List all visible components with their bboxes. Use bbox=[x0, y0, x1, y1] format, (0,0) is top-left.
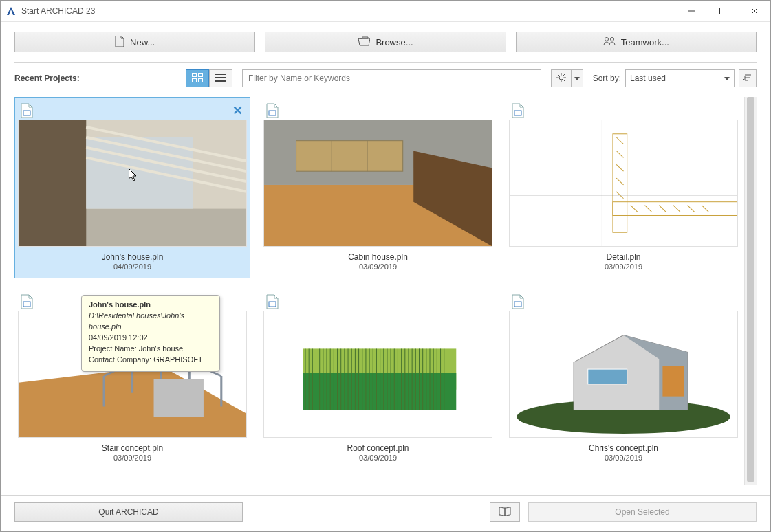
tooltip-company: Contact Company: GRAPHISOFT bbox=[89, 355, 213, 366]
project-caption: Roof concept.pln 03/09/2019 bbox=[263, 443, 492, 463]
tooltip-title: John's house.pln bbox=[89, 300, 213, 311]
titlebar: Start ARCHICAD 23 bbox=[1, 1, 770, 22]
project-name: John's house.pln bbox=[18, 252, 247, 263]
list-view-button[interactable] bbox=[209, 69, 232, 87]
pln-file-icon bbox=[512, 294, 524, 311]
project-date: 04/09/2019 bbox=[18, 263, 247, 272]
archicad-start-window: Start ARCHICAD 23 New... Browse... Teamw… bbox=[0, 0, 771, 532]
filter-field[interactable] bbox=[242, 69, 541, 87]
svg-line-23 bbox=[558, 80, 559, 81]
quit-button[interactable]: Quit ARCHICAD bbox=[14, 502, 243, 522]
project-card[interactable]: Cabin house.pln 03/09/2019 bbox=[260, 97, 496, 278]
svg-marker-24 bbox=[574, 77, 580, 80]
teamwork-button[interactable]: Teamwork... bbox=[516, 32, 757, 52]
svg-rect-46 bbox=[510, 120, 737, 246]
project-caption: Detail.pln 03/09/2019 bbox=[509, 252, 738, 272]
project-date: 03/09/2019 bbox=[18, 454, 247, 463]
grid-icon bbox=[192, 73, 203, 85]
project-caption: Chris's concept.pln 03/09/2019 bbox=[509, 443, 738, 463]
list-icon bbox=[215, 73, 226, 85]
project-tooltip: John's house.pln D:\Residental houses\Jo… bbox=[81, 295, 220, 372]
sort-controls: Sort by: Last used bbox=[593, 69, 757, 87]
help-button[interactable] bbox=[490, 502, 520, 522]
project-thumbnail bbox=[509, 120, 738, 247]
recent-projects-grid: ✕ John's house.pln 04/09/2019 Cabin hous… bbox=[14, 97, 744, 485]
project-card[interactable]: Detail.pln 03/09/2019 bbox=[506, 97, 741, 278]
tooltip-datetime: 04/09/2019 12:02 bbox=[89, 333, 213, 344]
pln-file-icon bbox=[266, 294, 279, 311]
project-caption: John's house.pln 04/09/2019 bbox=[18, 252, 247, 272]
browse-button[interactable]: Browse... bbox=[265, 32, 506, 52]
svg-rect-8 bbox=[193, 73, 197, 76]
recent-projects-label: Recent Projects: bbox=[14, 74, 176, 83]
svg-point-7 bbox=[610, 37, 613, 41]
project-thumbnail bbox=[509, 311, 738, 438]
settings-menu[interactable] bbox=[551, 69, 583, 87]
sort-direction-icon bbox=[743, 73, 752, 85]
project-card[interactable]: Roof concept.pln 03/09/2019 bbox=[260, 288, 496, 469]
remove-recent-icon[interactable]: ✕ bbox=[232, 103, 243, 118]
new-button[interactable]: New... bbox=[14, 32, 255, 52]
svg-line-20 bbox=[558, 74, 559, 76]
svg-point-6 bbox=[605, 37, 608, 41]
project-name: Stair concept.pln bbox=[18, 443, 247, 454]
filter-input[interactable] bbox=[247, 73, 536, 84]
chevron-down-icon bbox=[724, 74, 730, 83]
svg-rect-3 bbox=[720, 8, 726, 14]
browse-label: Browse... bbox=[376, 37, 413, 47]
recent-toolbar: Recent Projects: Sort by: Last used bbox=[14, 69, 757, 87]
view-mode-group bbox=[186, 69, 232, 87]
project-name: Chris's concept.pln bbox=[509, 443, 738, 454]
open-label: Open Selected bbox=[615, 507, 669, 517]
svg-rect-42 bbox=[296, 141, 403, 172]
project-date: 03/09/2019 bbox=[263, 263, 492, 272]
svg-rect-10 bbox=[193, 78, 197, 82]
sort-by-label: Sort by: bbox=[593, 74, 621, 83]
svg-line-22 bbox=[563, 74, 565, 76]
window-title: Start ARCHICAD 23 bbox=[21, 6, 675, 16]
scrollbar-thumb[interactable] bbox=[747, 97, 754, 482]
content-area: New... Browse... Teamwork... Recent Proj… bbox=[1, 22, 770, 495]
teamwork-label: Teamwork... bbox=[621, 37, 669, 47]
project-name: Cabin house.pln bbox=[263, 252, 492, 263]
open-selected-button[interactable]: Open Selected bbox=[528, 502, 757, 522]
scrollbar[interactable] bbox=[744, 97, 757, 485]
sort-select[interactable]: Last used bbox=[625, 69, 735, 87]
project-card[interactable]: Chris's concept.pln 03/09/2019 bbox=[506, 288, 741, 469]
project-date: 03/09/2019 bbox=[509, 454, 738, 463]
new-label: New... bbox=[130, 37, 155, 47]
project-caption: Stair concept.pln 03/09/2019 bbox=[18, 443, 247, 463]
pln-file-icon bbox=[21, 294, 33, 311]
project-card[interactable]: ✕ John's house.pln 04/09/2019 bbox=[14, 97, 250, 278]
svg-rect-9 bbox=[199, 73, 203, 76]
separator bbox=[14, 62, 757, 63]
sort-value: Last used bbox=[630, 74, 666, 83]
pln-file-icon bbox=[512, 103, 524, 120]
grid-view-button[interactable] bbox=[186, 69, 209, 87]
quit-label: Quit ARCHICAD bbox=[98, 507, 158, 517]
minimize-button[interactable] bbox=[675, 1, 707, 21]
project-date: 03/09/2019 bbox=[509, 263, 738, 272]
maximize-button[interactable] bbox=[707, 1, 739, 21]
project-thumbnail bbox=[263, 120, 492, 247]
project-thumbnail bbox=[263, 311, 492, 438]
app-icon bbox=[6, 6, 16, 16]
gear-icon bbox=[556, 73, 566, 85]
project-date: 03/09/2019 bbox=[263, 454, 492, 463]
svg-rect-11 bbox=[199, 78, 203, 82]
close-button[interactable] bbox=[739, 1, 770, 21]
primary-actions: New... Browse... Teamwork... bbox=[14, 32, 757, 52]
svg-marker-25 bbox=[724, 77, 730, 80]
project-caption: Cabin house.pln 03/09/2019 bbox=[263, 252, 492, 272]
svg-line-21 bbox=[563, 80, 565, 81]
file-icon bbox=[115, 36, 124, 49]
pln-file-icon bbox=[266, 103, 279, 120]
sort-direction-button[interactable] bbox=[739, 69, 757, 87]
recent-projects-grid-wrap: ✕ John's house.pln 04/09/2019 Cabin hous… bbox=[14, 97, 757, 485]
svg-rect-59 bbox=[154, 379, 204, 417]
svg-point-15 bbox=[559, 76, 563, 80]
project-name: Detail.pln bbox=[509, 252, 738, 263]
teamwork-icon bbox=[603, 36, 616, 48]
book-icon bbox=[499, 507, 511, 518]
project-thumbnail bbox=[18, 120, 247, 247]
